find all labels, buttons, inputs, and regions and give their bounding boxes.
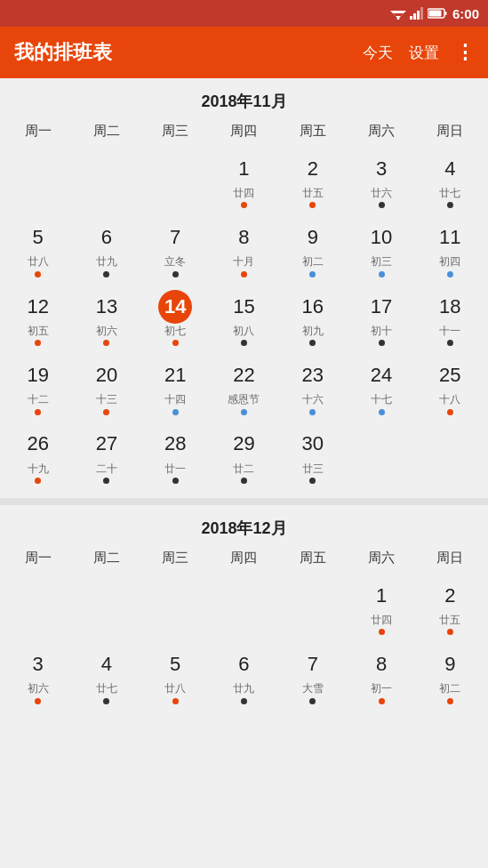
day-dot <box>35 340 41 346</box>
day-dot <box>241 409 247 415</box>
day-cell[interactable]: 11初四 <box>416 215 484 284</box>
day-cell[interactable]: 3廿六 <box>347 147 415 215</box>
day-cell[interactable]: 9初二 <box>416 642 484 711</box>
day-dot <box>309 478 316 484</box>
day-cell[interactable]: 6廿九 <box>72 215 140 284</box>
settings-button[interactable]: 设置 <box>409 43 439 63</box>
day-lunar: 初八 <box>233 325 254 337</box>
month-title-1: 2018年12月 <box>4 505 484 546</box>
day-dot <box>172 409 179 415</box>
day-lunar: 廿四 <box>233 187 254 199</box>
day-cell[interactable]: 15初八 <box>210 285 278 353</box>
day-dot <box>379 340 385 346</box>
calendar-grid-1: 1廿四2廿五3初六4廿七5廿八6廿九7大雪8初一9初二 <box>4 574 484 711</box>
weekday-row-0: 周一周二周三周四周五周六周日 <box>4 119 484 143</box>
day-cell[interactable]: 10初三 <box>347 215 415 284</box>
day-lunar: 十六 <box>302 393 324 406</box>
day-lunar: 廿八 <box>164 682 186 695</box>
day-lunar: 初九 <box>302 325 324 337</box>
day-cell[interactable]: 26十九 <box>4 422 72 491</box>
day-number: 21 <box>158 358 192 392</box>
weekday-cell: 周二 <box>72 546 140 570</box>
day-dot <box>379 409 385 415</box>
day-cell[interactable]: 4廿七 <box>72 642 140 711</box>
day-cell[interactable]: 12初五 <box>4 285 72 353</box>
day-cell[interactable]: 28廿一 <box>141 422 210 491</box>
day-lunar: 廿四 <box>371 614 392 626</box>
day-cell[interactable]: 2廿五 <box>278 147 347 215</box>
day-cell[interactable]: 5廿八 <box>4 215 72 284</box>
day-cell[interactable]: 8初一 <box>347 642 415 711</box>
day-number: 18 <box>433 290 467 324</box>
day-cell[interactable]: 19十二 <box>4 353 72 422</box>
day-dot <box>447 271 453 277</box>
day-cell[interactable]: 21十四 <box>141 353 210 422</box>
day-dot <box>103 340 109 346</box>
day-cell[interactable]: 16初九 <box>278 285 347 353</box>
empty-cell <box>141 147 210 215</box>
day-cell[interactable]: 1廿四 <box>210 147 278 215</box>
day-cell[interactable]: 3初六 <box>4 642 72 711</box>
day-lunar: 初六 <box>28 682 49 695</box>
day-dot <box>309 271 316 277</box>
day-cell[interactable]: 4廿七 <box>416 147 484 215</box>
svg-rect-10 <box>428 11 441 17</box>
day-number: 27 <box>90 428 124 462</box>
day-number: 9 <box>433 647 467 681</box>
month-section-1: 2018年12月周一周二周三周四周五周六周日1廿四2廿五3初六4廿七5廿八6廿九… <box>0 505 488 719</box>
day-dot <box>309 340 316 346</box>
day-number: 11 <box>433 221 467 254</box>
day-number: 6 <box>227 647 260 681</box>
status-icons: 6:00 <box>390 6 479 21</box>
month-section-0: 2018年11月周一周二周三周四周五周六周日1廿四2廿五3廿六4廿七5廿八6廿九… <box>0 78 488 498</box>
day-lunar: 廿一 <box>164 462 186 475</box>
day-dot <box>172 698 179 704</box>
day-cell[interactable]: 30廿三 <box>278 422 347 491</box>
day-lunar: 初三 <box>371 255 392 268</box>
day-lunar: 初七 <box>164 325 186 337</box>
day-number: 24 <box>364 358 398 392</box>
day-dot <box>447 409 453 415</box>
weekday-cell: 周六 <box>347 119 415 143</box>
day-cell[interactable]: 9初二 <box>278 215 347 284</box>
day-number: 8 <box>364 647 398 681</box>
day-cell[interactable]: 5廿八 <box>141 642 210 711</box>
weekday-cell: 周五 <box>278 546 347 570</box>
day-cell[interactable]: 23十六 <box>278 353 347 422</box>
weekday-cell: 周二 <box>72 119 140 143</box>
day-lunar: 十九 <box>28 462 49 475</box>
day-cell[interactable]: 14初七 <box>141 285 210 353</box>
day-cell[interactable]: 20十三 <box>72 353 140 422</box>
day-cell[interactable]: 22感恩节 <box>210 353 278 422</box>
day-cell[interactable]: 1廿四 <box>347 574 415 642</box>
day-number: 3 <box>364 152 398 186</box>
day-cell[interactable]: 24十七 <box>347 353 415 422</box>
weekday-cell: 周三 <box>141 546 210 570</box>
day-cell[interactable]: 6廿九 <box>210 642 278 711</box>
day-number: 1 <box>364 579 398 613</box>
day-lunar: 廿七 <box>439 187 460 199</box>
day-cell[interactable]: 27二十 <box>72 422 140 491</box>
svg-rect-9 <box>444 12 446 15</box>
day-cell[interactable]: 18十一 <box>416 285 484 353</box>
day-number: 1 <box>227 152 260 186</box>
day-cell[interactable]: 17初十 <box>347 285 415 353</box>
day-number: 17 <box>364 290 398 324</box>
today-button[interactable]: 今天 <box>363 43 393 63</box>
day-cell[interactable]: 29廿二 <box>210 422 278 491</box>
day-lunar: 廿三 <box>302 462 324 475</box>
day-dot <box>241 478 247 484</box>
day-cell[interactable]: 8十月 <box>210 215 278 284</box>
day-cell[interactable]: 7大雪 <box>278 642 347 711</box>
more-button[interactable]: ⋮ <box>455 41 474 64</box>
day-dot <box>241 271 247 277</box>
day-cell[interactable]: 7立冬 <box>141 215 210 284</box>
day-cell[interactable]: 13初六 <box>72 285 140 353</box>
time-display: 6:00 <box>452 6 479 21</box>
app-bar-actions: 今天 设置 ⋮ <box>363 41 474 64</box>
day-dot <box>172 478 179 484</box>
day-cell[interactable]: 25十八 <box>416 353 484 422</box>
month-title-0: 2018年11月 <box>4 78 484 119</box>
day-cell[interactable]: 2廿五 <box>416 574 484 642</box>
day-number: 30 <box>296 428 330 462</box>
